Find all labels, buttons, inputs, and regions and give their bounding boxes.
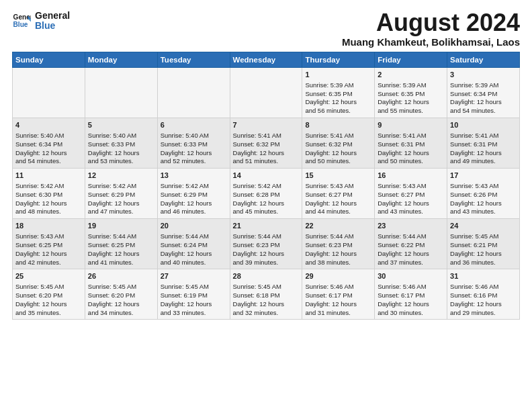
day-number: 29 (305, 271, 371, 281)
day-info: Sunset: 6:34 PM (15, 140, 82, 149)
logo: General Blue General Blue (12, 11, 70, 32)
day-cell: 5Sunrise: 5:40 AMSunset: 6:33 PMDaylight… (85, 118, 157, 169)
day-info: Sunrise: 5:45 AM (15, 283, 82, 291)
day-info: Daylight: 12 hours (305, 300, 371, 309)
day-info: Sunset: 6:31 PM (450, 140, 517, 149)
day-info: Sunrise: 5:39 AM (450, 81, 517, 90)
day-info: Sunrise: 5:41 AM (305, 132, 371, 140)
day-cell: 12Sunrise: 5:42 AMSunset: 6:29 PMDayligh… (85, 169, 157, 219)
day-cell: 24Sunrise: 5:45 AMSunset: 6:21 PMDayligh… (447, 219, 520, 269)
day-info: Daylight: 12 hours (378, 98, 444, 107)
day-info: Sunset: 6:31 PM (378, 140, 444, 149)
day-number: 6 (161, 120, 227, 130)
day-number: 3 (450, 70, 517, 80)
week-row-5: 25Sunrise: 5:45 AMSunset: 6:20 PMDayligh… (13, 269, 520, 320)
day-cell: 16Sunrise: 5:43 AMSunset: 6:27 PMDayligh… (375, 169, 447, 219)
day-cell: 9Sunrise: 5:41 AMSunset: 6:31 PMDaylight… (375, 118, 447, 169)
day-info: Sunset: 6:28 PM (233, 191, 300, 199)
day-cell: 10Sunrise: 5:41 AMSunset: 6:31 PMDayligh… (447, 118, 520, 169)
day-info: and 52 minutes. (161, 157, 227, 166)
day-info: and 43 minutes. (378, 208, 444, 216)
week-row-4: 18Sunrise: 5:43 AMSunset: 6:25 PMDayligh… (13, 219, 520, 269)
day-info: Sunrise: 5:40 AM (15, 132, 82, 140)
day-info: and 43 minutes. (450, 208, 517, 216)
day-cell: 30Sunrise: 5:46 AMSunset: 6:17 PMDayligh… (375, 269, 447, 320)
day-info: and 54 minutes. (450, 107, 517, 116)
day-info: Sunrise: 5:45 AM (88, 283, 154, 291)
day-info: Daylight: 12 hours (15, 250, 82, 259)
header: General Blue General Blue August 2024 Mu… (12, 11, 520, 48)
day-info: Sunset: 6:32 PM (305, 140, 371, 149)
day-number: 2 (378, 70, 444, 80)
day-info: Daylight: 12 hours (161, 149, 227, 158)
day-info: Sunrise: 5:45 AM (233, 283, 300, 291)
calendar-table: SundayMondayTuesdayWednesdayThursdayFrid… (12, 52, 520, 320)
day-number: 12 (88, 171, 154, 181)
day-info: Daylight: 12 hours (233, 199, 300, 208)
day-number: 20 (161, 221, 227, 231)
day-info: Daylight: 12 hours (450, 199, 517, 208)
day-cell: 21Sunrise: 5:44 AMSunset: 6:23 PMDayligh… (230, 219, 302, 269)
day-cell: 7Sunrise: 5:41 AMSunset: 6:32 PMDaylight… (230, 118, 302, 169)
day-info: and 38 minutes. (305, 259, 371, 267)
day-cell (85, 68, 157, 118)
day-cell: 2Sunrise: 5:39 AMSunset: 6:35 PMDaylight… (375, 68, 447, 118)
week-row-1: 1Sunrise: 5:39 AMSunset: 6:35 PMDaylight… (13, 68, 520, 118)
day-number: 31 (450, 271, 517, 281)
day-info: Sunrise: 5:41 AM (378, 132, 444, 140)
day-info: Daylight: 12 hours (88, 199, 154, 208)
day-info: Sunset: 6:33 PM (161, 140, 227, 149)
day-info: Daylight: 12 hours (88, 300, 154, 309)
day-info: and 45 minutes. (233, 208, 300, 216)
logo-icon: General Blue (12, 11, 31, 30)
day-cell: 14Sunrise: 5:42 AMSunset: 6:28 PMDayligh… (230, 169, 302, 219)
day-info: Sunset: 6:29 PM (88, 191, 154, 199)
day-info: Daylight: 12 hours (161, 199, 227, 208)
day-number: 26 (88, 271, 154, 281)
day-info: Daylight: 12 hours (450, 98, 517, 107)
day-info: Sunrise: 5:39 AM (378, 81, 444, 90)
day-info: and 36 minutes. (450, 259, 517, 267)
day-info: Sunset: 6:19 PM (161, 291, 227, 300)
day-info: Sunrise: 5:42 AM (161, 182, 227, 191)
day-cell: 3Sunrise: 5:39 AMSunset: 6:34 PMDaylight… (447, 68, 520, 118)
day-info: Sunrise: 5:42 AM (88, 182, 154, 191)
day-info: Sunset: 6:24 PM (161, 241, 227, 250)
day-number: 7 (233, 120, 300, 130)
day-info: and 51 minutes. (233, 157, 300, 166)
day-info: and 34 minutes. (88, 309, 154, 318)
day-cell: 28Sunrise: 5:45 AMSunset: 6:18 PMDayligh… (230, 269, 302, 320)
day-info: Daylight: 12 hours (88, 149, 154, 158)
day-cell: 1Sunrise: 5:39 AMSunset: 6:35 PMDaylight… (302, 68, 375, 118)
svg-text:Blue: Blue (13, 21, 28, 28)
header-row: SundayMondayTuesdayWednesdayThursdayFrid… (13, 52, 520, 68)
day-info: and 49 minutes. (450, 157, 517, 166)
day-info: Sunrise: 5:44 AM (233, 232, 300, 241)
day-number: 21 (233, 221, 300, 231)
day-cell: 11Sunrise: 5:42 AMSunset: 6:30 PMDayligh… (13, 169, 85, 219)
day-info: Sunrise: 5:45 AM (450, 232, 517, 241)
day-info: and 44 minutes. (305, 208, 371, 216)
day-number: 15 (305, 171, 371, 181)
day-info: Sunrise: 5:46 AM (450, 283, 517, 291)
day-info: Daylight: 12 hours (305, 250, 371, 259)
day-info: Sunrise: 5:45 AM (161, 283, 227, 291)
day-info: Daylight: 12 hours (15, 300, 82, 309)
day-info: Daylight: 12 hours (88, 250, 154, 259)
day-cell: 29Sunrise: 5:46 AMSunset: 6:17 PMDayligh… (302, 269, 375, 320)
day-cell (13, 68, 85, 118)
day-cell: 27Sunrise: 5:45 AMSunset: 6:19 PMDayligh… (157, 269, 230, 320)
day-info: Sunrise: 5:44 AM (161, 232, 227, 241)
day-info: Sunset: 6:27 PM (378, 191, 444, 199)
day-cell: 4Sunrise: 5:40 AMSunset: 6:34 PMDaylight… (13, 118, 85, 169)
day-info: Sunset: 6:25 PM (88, 241, 154, 250)
day-info: and 30 minutes. (378, 309, 444, 318)
day-info: Daylight: 12 hours (450, 250, 517, 259)
day-info: and 50 minutes. (378, 157, 444, 166)
day-number: 18 (15, 221, 82, 231)
day-info: Daylight: 12 hours (15, 199, 82, 208)
day-info: and 50 minutes. (305, 157, 371, 166)
col-header-friday: Friday (375, 52, 447, 68)
day-info: and 48 minutes. (15, 208, 82, 216)
day-info: and 41 minutes. (88, 259, 154, 267)
